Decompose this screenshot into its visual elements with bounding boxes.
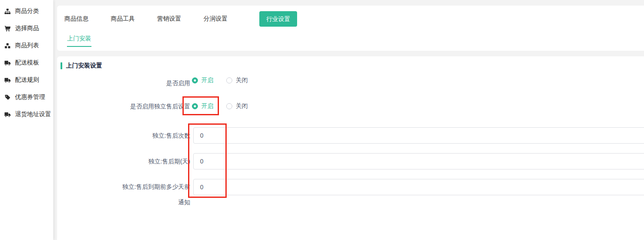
cubes-icon xyxy=(4,42,11,49)
aftersale-notify-days-label: 独立:售后到期前多少天前通知 xyxy=(122,179,190,210)
radio-off-label: 关闭 xyxy=(236,77,248,84)
tab-product-info[interactable]: 商品信息 xyxy=(64,15,88,23)
sidebar-item-label: 配送规则 xyxy=(15,76,39,84)
sidebar-item-coupon-management[interactable]: 优惠券管理 xyxy=(0,89,53,106)
tab-marketing-settings[interactable]: 营销设置 xyxy=(157,15,181,23)
page: 商品分类 选择商品 商品列表 配送模板 配送规则 xyxy=(0,0,644,240)
cart-icon xyxy=(4,25,11,32)
enable-radio-on[interactable]: 开启 xyxy=(192,77,213,84)
sidebar: 商品分类 选择商品 商品列表 配送模板 配送规则 xyxy=(0,0,53,240)
aftersale-count-input[interactable] xyxy=(193,127,644,144)
sidebar-item-select-product[interactable]: 选择商品 xyxy=(0,20,53,37)
tab-profit-settings[interactable]: 分润设置 xyxy=(204,15,228,23)
settings-form: 是否启用 开启 关闭 是否启用独立售后设置 开启 xyxy=(57,56,644,240)
sidebar-item-label: 优惠券管理 xyxy=(15,93,45,101)
sidebar-item-label: 退货地址设置 xyxy=(15,111,51,118)
sidebar-item-product-category[interactable]: 商品分类 xyxy=(0,3,53,20)
radio-on-label: 开启 xyxy=(201,102,213,110)
enable-label: 是否启用 xyxy=(122,75,190,91)
tab-industry-settings[interactable]: 行业设置 xyxy=(259,11,297,27)
subtab-door-installation[interactable]: 上门安装 xyxy=(67,35,91,47)
tabs-card: 商品信息 商品工具 营销设置 分润设置 行业设置 上门安装 xyxy=(57,6,644,51)
tab-product-tools[interactable]: 商品工具 xyxy=(111,15,135,23)
sidebar-item-label: 商品列表 xyxy=(15,42,39,49)
tab-bar: 商品信息 商品工具 营销设置 分润设置 行业设置 xyxy=(64,6,297,32)
settings-card: 上门安装设置 是否启用 开启 关闭 是否启用独立售后设置 开启 xyxy=(57,56,644,240)
radio-on-label: 开启 xyxy=(201,77,213,84)
sidebar-item-delivery-template[interactable]: 配送模板 xyxy=(0,54,53,71)
truck-icon xyxy=(4,111,11,118)
aftersale-period-label: 独立:售后期(天) xyxy=(122,154,190,169)
aftersale-count-label: 独立:售后次数 xyxy=(122,128,190,143)
radio-unchecked-icon[interactable] xyxy=(226,77,232,83)
independent-aftersale-enable-label: 是否启用独立售后设置 xyxy=(122,98,190,114)
sidebar-item-delivery-rules[interactable]: 配送规则 xyxy=(0,71,53,89)
radio-unchecked-icon[interactable] xyxy=(226,103,232,109)
aftersale-period-input[interactable] xyxy=(193,153,644,169)
sidebar-item-label: 配送模板 xyxy=(15,59,39,67)
enable-radio-off[interactable]: 关闭 xyxy=(226,77,248,84)
sitemap-icon xyxy=(4,8,11,15)
sidebar-item-label: 商品分类 xyxy=(15,7,39,15)
sidebar-item-product-list[interactable]: 商品列表 xyxy=(0,37,53,54)
sidebar-item-label: 选择商品 xyxy=(15,25,39,32)
truck-icon xyxy=(4,77,11,83)
radio-off-label: 关闭 xyxy=(236,102,248,110)
independent-aftersale-radio-group: 开启 关闭 xyxy=(192,98,248,114)
enable-radio-group: 开启 关闭 xyxy=(192,73,248,88)
radio-checked-icon[interactable] xyxy=(192,77,198,83)
radio-checked-icon[interactable] xyxy=(192,103,198,109)
truck-icon xyxy=(4,59,11,66)
independent-aftersale-radio-on[interactable]: 开启 xyxy=(192,102,213,110)
aftersale-notify-days-input[interactable] xyxy=(193,179,644,195)
independent-aftersale-radio-off[interactable]: 关闭 xyxy=(226,102,248,110)
tag-icon xyxy=(4,94,11,101)
sidebar-item-return-address[interactable]: 退货地址设置 xyxy=(0,106,53,123)
